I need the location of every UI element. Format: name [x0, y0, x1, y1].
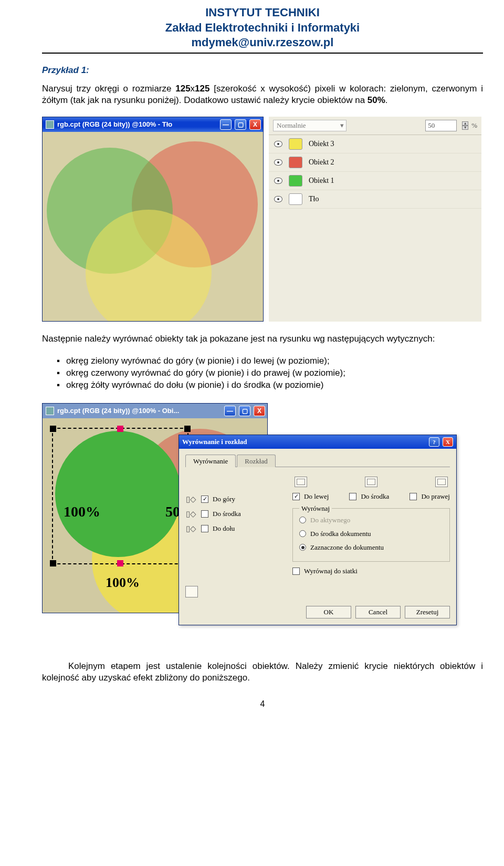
opt-label: Do aktywnego [310, 516, 350, 524]
align-to-doc-center-option[interactable]: Do środka dokumentu [299, 530, 443, 538]
radio[interactable] [299, 544, 306, 551]
overlay-label: 100% [64, 503, 100, 520]
spinner-up-icon[interactable]: ▲ [462, 121, 468, 126]
layer-row[interactable]: Obiekt 3 [269, 135, 481, 153]
opt-label: Do prawej [421, 492, 450, 501]
vertical-options: ▯◇ ✓ Do góry ▯◇ Do środka ▯◇ Do do [185, 477, 285, 581]
layer-swatch-red [289, 157, 302, 168]
tab-align[interactable]: Wyrównanie [185, 455, 236, 467]
cancel-button[interactable]: Cancel [355, 606, 401, 618]
figure-1: rgb.cpt (RGB (24 bity)) @100% - Tło — ▢ … [42, 117, 483, 322]
opacity-unit: % [471, 121, 477, 130]
dialog-body: Wyrównanie Rozkład ▯◇ ✓ Do góry ▯◇ [179, 449, 456, 625]
dropdown-arrow-icon: ▾ [340, 121, 344, 130]
checkbox[interactable] [410, 493, 417, 500]
radio [299, 517, 306, 523]
checkbox[interactable] [201, 525, 208, 532]
maximize-button[interactable]: ▢ [235, 119, 246, 130]
radio[interactable] [299, 530, 306, 537]
align-to-grid-option[interactable]: Wyrównaj do siatki [292, 567, 450, 575]
paragraph-3: Kolejnym etapem jest ustalenie kolejnośc… [42, 661, 483, 684]
example-heading: Przykład 1: [42, 65, 483, 76]
layer-name: Tło [309, 195, 319, 203]
figure-2: rgb.cpt (RGB (24 bity)) @100% - Obi... —… [42, 403, 467, 629]
align-left-option[interactable]: ✓ Do lewej [292, 492, 329, 501]
visibility-icon[interactable] [274, 141, 282, 147]
layer-row[interactable]: Obiekt 1 [269, 172, 481, 190]
canvas-area[interactable] [43, 132, 263, 321]
help-button[interactable]: ? [429, 437, 439, 447]
close-button[interactable]: X [443, 437, 453, 447]
dialog-tabs: Wyrównanie Rozkład [185, 454, 450, 467]
checkbox[interactable]: ✓ [292, 493, 300, 500]
app-icon [46, 120, 54, 129]
align-right-option[interactable]: Do prawej [410, 492, 450, 501]
p1-end: . [385, 95, 388, 105]
layer-name: Obiekt 2 [309, 158, 334, 167]
window-titlebar-2[interactable]: rgb.cpt (RGB (24 bity)) @100% - Obi... —… [43, 404, 267, 418]
close-button[interactable]: X [249, 119, 261, 130]
align-top-option[interactable]: ▯◇ ✓ Do góry [185, 494, 285, 504]
dialog-title: Wyrównanie i rozkład [182, 438, 247, 446]
reset-button[interactable]: Zresetuj [405, 606, 450, 618]
visibility-icon[interactable] [274, 159, 282, 166]
checkbox[interactable] [201, 510, 208, 518]
align-bottom-icon: ▯◇ [185, 524, 197, 533]
opt-label: Do środka [213, 510, 241, 518]
opt-label: Do dołu [213, 524, 235, 533]
window-titlebar[interactable]: rgb.cpt (RGB (24 bity)) @100% - Tło — ▢ … [43, 117, 263, 132]
align-top-icon: ▯◇ [185, 494, 197, 504]
selection-marquee[interactable] [52, 428, 188, 564]
maximize-button[interactable]: ▢ [239, 406, 250, 416]
spinner-down-icon[interactable]: ▼ [462, 126, 468, 130]
blend-mode-value: Normalnie [277, 121, 306, 130]
layer-row[interactable]: Obiekt 2 [269, 153, 481, 172]
spinner-buttons[interactable]: ▲ ▼ [462, 121, 468, 130]
close-button[interactable]: X [254, 406, 265, 416]
horizontal-options: ✓ Do lewej Do środka Do prawej [292, 477, 450, 581]
blend-mode-combo[interactable]: Normalnie ▾ [273, 120, 346, 131]
opacity-spinner[interactable]: 50 [425, 120, 457, 131]
checkbox[interactable] [292, 568, 300, 575]
panel-top-bar: Normalnie ▾ 50 ▲ ▼ % [269, 117, 481, 135]
align-bottom-option[interactable]: ▯◇ Do dołu [185, 524, 285, 533]
visibility-icon[interactable] [274, 196, 282, 202]
header-line-2: Zakład Elektrotechniki i Informatyki [42, 20, 483, 36]
layer-row[interactable]: Tło [269, 190, 481, 209]
align-dialog: Wyrównanie i rozkład ? X Wyrównanie Rozk… [178, 435, 457, 625]
align-to-active-option: Do aktywnego [299, 516, 443, 524]
selection-handle[interactable] [184, 426, 191, 432]
checkbox[interactable] [349, 493, 356, 500]
p1-x: x [191, 84, 195, 94]
layers-panel: Normalnie ▾ 50 ▲ ▼ % Obiekt 3 [269, 117, 481, 322]
opt-label: Zaznaczone do dokumentu [310, 543, 384, 552]
align-center-option[interactable]: Do środka [349, 492, 389, 501]
bullet-item: okręg czerwony wyrównać do góry (w pioni… [57, 367, 483, 379]
visibility-icon[interactable] [274, 178, 282, 184]
ok-button[interactable]: OK [306, 606, 351, 618]
header-line-1: INSTYTUT TECHNIKI [42, 5, 483, 20]
minimize-button[interactable]: — [224, 406, 236, 416]
app-icon [46, 407, 54, 415]
align-selected-to-doc-option[interactable]: Zaznaczone do dokumentu [299, 543, 443, 552]
minimize-button[interactable]: — [220, 119, 232, 130]
selection-handle[interactable] [50, 426, 56, 432]
align-middle-option[interactable]: ▯◇ Do środka [185, 509, 285, 519]
align-to-group: Wyrównaj Do aktywnego Do środka dokument… [292, 508, 450, 562]
selection-handle[interactable] [117, 560, 123, 566]
checkbox[interactable]: ✓ [201, 496, 208, 503]
layer-name: Obiekt 1 [309, 177, 334, 185]
bullet-list: okręg zielony wyrównać do góry (w pionie… [57, 355, 483, 391]
p1-size-1: 125 [175, 84, 190, 94]
selection-handle[interactable] [117, 426, 123, 432]
dialog-titlebar[interactable]: Wyrównanie i rozkład ? X [179, 435, 456, 449]
overlay-label: 100% [106, 575, 140, 591]
selection-handle[interactable] [50, 560, 56, 566]
tab-distribute[interactable]: Rozkład [237, 455, 275, 467]
opt-label: Do lewej [304, 492, 329, 501]
layer-name: Obiekt 3 [309, 140, 334, 148]
document-header: INSTYTUT TECHNIKI Zakład Elektrotechniki… [42, 5, 483, 54]
align-middle-icon: ▯◇ [185, 509, 197, 519]
dialog-settings-icon[interactable] [185, 586, 198, 597]
align-center-icon [365, 477, 377, 487]
